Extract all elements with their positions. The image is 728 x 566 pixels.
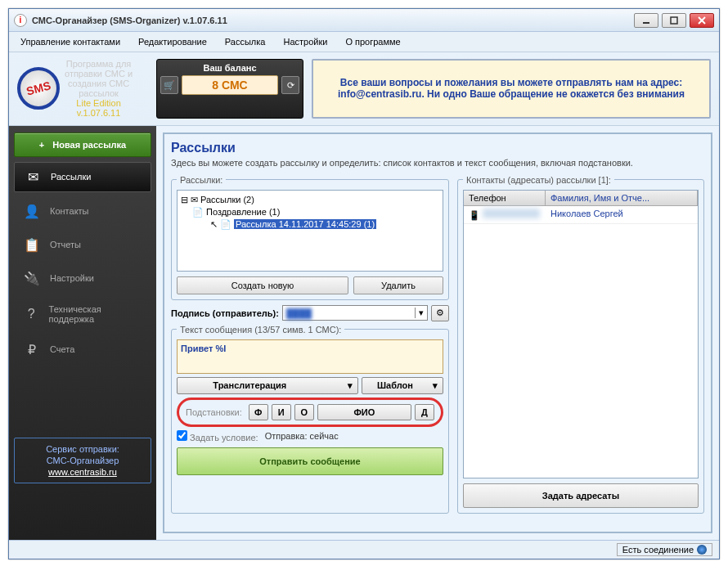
substitutions-label: Подстановки: [186,407,242,417]
doc-icon: 📄 [220,219,231,230]
chevron-down-icon: ▾ [433,380,438,391]
subst-i-button[interactable]: И [272,404,291,420]
maximize-button[interactable] [662,13,686,28]
minimize-button[interactable] [634,13,658,28]
signature-label: Подпись (отправитель): [171,308,279,318]
new-mailing-button[interactable]: + Новая рассылка [14,133,151,157]
collapse-icon[interactable]: ⊟ [181,195,188,205]
mailings-fieldset: Рассылки: ⊟ ✉ Рассылки (2) 📄 Поздравлени… [171,175,449,300]
gear-icon: ⚙ [436,308,444,318]
contact-name: Николаев Сергей [546,206,698,223]
condition-checkbox[interactable]: Задать условие: [177,430,258,442]
envelope-icon: ✉ [23,169,43,185]
clipboard-icon: 📋 [22,237,42,253]
sidebar-item-reports[interactable]: 📋 Отчеты [14,231,151,259]
sidebar-footer: Сервис отправки: СМС-Органайзер www.cent… [14,438,151,484]
cursor-icon: ↖ [210,219,218,230]
menu-settings[interactable]: Настройки [280,35,330,48]
menubar: Управление контактами Редактирование Рас… [9,32,719,52]
create-mailing-button[interactable]: Создать новую [177,276,348,294]
delete-mailing-button[interactable]: Удалить [353,276,443,294]
signature-value: ████ [286,308,415,318]
info-banner: Все ваши вопросы и пожелания вы можете о… [312,59,711,119]
logo-block: SMS Программа для отправки СМС и создани… [17,59,148,119]
menu-contacts[interactable]: Управление контактами [17,35,124,48]
contacts-legend: Контакты (адресаты) рассылки [1]: [463,175,614,185]
message-textarea[interactable]: Привет %I [177,339,443,374]
top-band: SMS Программа для отправки СМС и создани… [9,52,719,126]
contacts-header: Телефон Фамилия, Имя и Отче... [464,191,698,206]
chevron-down-icon: ▾ [415,308,424,318]
logo-icon: SMS [17,67,60,110]
main-area: Рассылки Здесь вы можете создать рассылк… [156,126,719,540]
balance-panel: Ваш баланс 🛒 8 СМС ⟳ [156,59,303,119]
schedule-label: Отправка: сейчас [265,431,339,441]
sidebar-item-support[interactable]: ? Техническая поддержка [14,298,151,330]
page-subtitle: Здесь вы можете создать рассылку и опред… [171,157,704,168]
statusbar: Есть соединение [9,540,719,559]
set-addresses-button[interactable]: Задать адресаты [463,483,699,508]
sidebar-item-contacts[interactable]: 👤 Контакты [14,197,151,226]
envelope-icon: ✉ [191,195,198,205]
service-link[interactable]: www.centrasib.ru [48,467,117,477]
signature-settings-button[interactable]: ⚙ [431,305,449,321]
signature-combo[interactable]: ████ ▾ [282,305,428,321]
signature-row: Подпись (отправитель): ████ ▾ ⚙ [171,305,449,321]
tree-item-2[interactable]: ↖ 📄 Рассылка 14.11.2017 14:45:29 (1) [181,218,439,231]
template-dropdown[interactable]: Шаблон ▾ [362,377,443,394]
mailings-legend: Рассылки: [177,175,226,185]
contact-row[interactable]: 📱 Николаев Сергей [464,206,698,224]
ruble-icon: ₽ [22,342,42,357]
titlebar: i СМС-Органайзер (SMS-Organizer) v.1.07.… [9,9,719,32]
subst-o-button[interactable]: О [294,404,314,420]
chevron-down-icon: ▾ [348,380,353,391]
sidebar: + Новая рассылка ✉ Рассылки 👤 Контакты 📋… [9,126,156,540]
mailings-tree[interactable]: ⊟ ✉ Рассылки (2) 📄 Поздравление (1) ↖ [177,190,443,272]
phone-value [483,209,540,218]
contacts-fieldset: Контакты (адресаты) рассылки [1]: Телефо… [457,175,704,514]
menu-mailing[interactable]: Рассылка [222,35,269,48]
page-title: Рассылки [171,141,704,155]
plus-icon: + [39,140,44,150]
globe-icon [697,545,707,555]
send-button[interactable]: Отправить сообщение [177,447,443,475]
menu-edit[interactable]: Редактирование [135,35,210,48]
help-icon: ? [22,307,41,321]
window-title: СМС-Органайзер (SMS-Organizer) v.1.07.6.… [32,16,634,25]
sidebar-item-mailings[interactable]: ✉ Рассылки [14,162,151,192]
doc-icon: 📄 [192,207,204,218]
tree-root[interactable]: ⊟ ✉ Рассылки (2) [181,194,439,206]
sidebar-item-settings[interactable]: 🔌 Настройки [14,264,151,293]
app-icon: i [14,14,27,27]
subst-fio-button[interactable]: ФИО [317,404,411,420]
balance-title: Ваш баланс [160,63,299,73]
refresh-icon[interactable]: ⟳ [281,76,299,94]
sidebar-item-bills[interactable]: ₽ Счета [14,335,151,364]
tree-item-1[interactable]: 📄 Поздравление (1) [181,206,439,218]
subst-d-button[interactable]: Д [415,404,434,420]
svg-rect-1 [671,17,677,24]
phone-icon: 📱 [469,210,480,220]
balance-value: 8 СМС [182,75,278,95]
substitutions-row: Подстановки: Ф И О ФИО Д [177,398,443,427]
plug-icon: 🔌 [22,271,42,286]
close-button[interactable] [690,13,714,28]
col-name[interactable]: Фамилия, Имя и Отче... [546,191,698,205]
cart-icon[interactable]: 🛒 [160,76,178,94]
subst-f-button[interactable]: Ф [249,404,268,420]
connection-status: Есть соединение [617,543,712,556]
logo-description: Программа для отправки СМС и создания СМ… [65,59,133,119]
message-fieldset: Текст сообщения (13/57 симв. 1 СМС): При… [171,325,449,514]
message-legend: Текст сообщения (13/57 симв. 1 СМС): [177,325,344,335]
person-icon: 👤 [22,204,42,219]
col-phone[interactable]: Телефон [464,191,546,205]
menu-about[interactable]: О программе [342,35,403,48]
contacts-table[interactable]: Телефон Фамилия, Имя и Отче... 📱 Николае… [463,190,699,478]
translit-dropdown[interactable]: Транслитерация ▾ [177,377,358,394]
app-window: i СМС-Органайзер (SMS-Organizer) v.1.07.… [8,8,720,559]
